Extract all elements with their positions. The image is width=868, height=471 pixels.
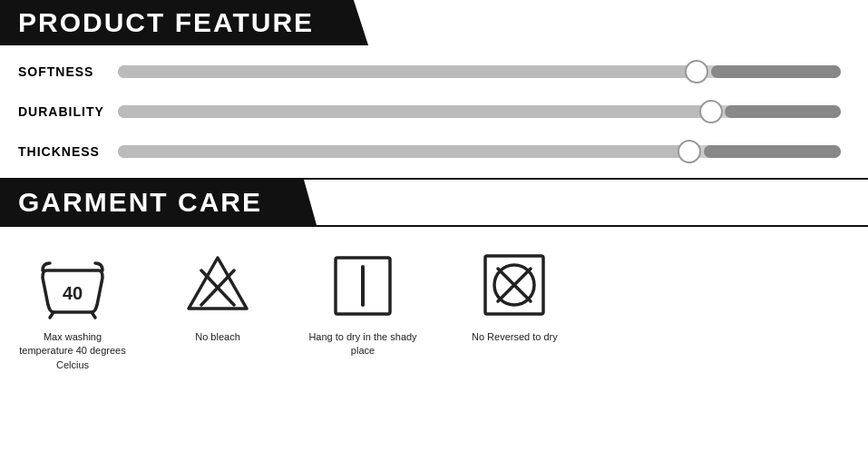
softness-row: SOFTNESS <box>18 62 841 82</box>
hang-dry-icon <box>327 249 399 321</box>
softness-track <box>118 62 841 82</box>
softness-fill <box>118 65 697 78</box>
durability-unfill <box>725 105 841 118</box>
thickness-label: THICKNESS <box>18 144 118 159</box>
hang-dry-label: Hang to dry in the shady place <box>308 330 417 358</box>
thickness-thumb[interactable] <box>678 140 701 163</box>
care-item-hang-dry: Hang to dry in the shady place <box>308 249 417 358</box>
no-bleach-icon <box>181 249 254 321</box>
sliders-area: SOFTNESS DURABILITY THICKNESS <box>0 45 868 178</box>
thickness-unfill <box>704 145 841 158</box>
no-bleach-label: No bleach <box>195 330 240 344</box>
svg-line-0 <box>50 312 54 318</box>
care-item-no-bleach: No bleach <box>181 249 254 344</box>
care-item-no-tumble: No Reversed to dry <box>472 249 558 344</box>
care-item-wash: 40 Max washing temperature 40 degrees Ce… <box>18 249 127 372</box>
garment-care-header: GARMENT CARE <box>0 180 317 225</box>
thickness-fill <box>118 145 689 158</box>
softness-unfill <box>711 65 841 78</box>
garment-care-title: GARMENT CARE <box>18 187 262 218</box>
durability-row: DURABILITY <box>18 102 841 122</box>
durability-label: DURABILITY <box>18 104 118 119</box>
thickness-track <box>118 142 841 162</box>
softness-thumb[interactable] <box>685 60 708 83</box>
no-tumble-label: No Reversed to dry <box>472 330 558 344</box>
svg-text:40: 40 <box>63 283 83 303</box>
durability-thumb[interactable] <box>699 100 723 123</box>
product-feature-title: PRODUCT FEATURE <box>18 7 314 38</box>
garment-care-section: GARMENT CARE 40 <box>0 180 868 399</box>
softness-label: SOFTNESS <box>18 64 118 79</box>
care-icons-row: 40 Max washing temperature 40 degrees Ce… <box>0 227 868 381</box>
wash-label: Max washing temperature 40 degrees Celci… <box>18 330 127 372</box>
no-tumble-icon <box>478 249 551 321</box>
product-feature-section: PRODUCT FEATURE SOFTNESS DURABILITY <box>0 0 868 178</box>
svg-line-1 <box>92 312 95 318</box>
thickness-row: THICKNESS <box>18 142 841 162</box>
durability-fill <box>118 105 711 118</box>
durability-track <box>118 102 841 122</box>
wash-icon: 40 <box>36 249 109 321</box>
product-feature-header: PRODUCT FEATURE <box>0 0 368 45</box>
